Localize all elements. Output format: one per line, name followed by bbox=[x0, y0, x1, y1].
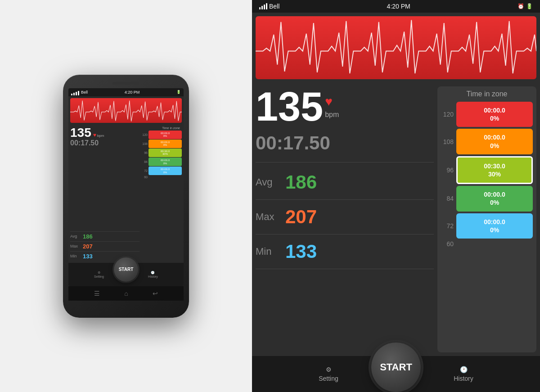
phone-carrier: Bell bbox=[81, 90, 88, 95]
phone-zone-num-72: 72 bbox=[141, 169, 148, 172]
phone-screen: Bell 4:20 PM 🔋 135 ♥ bpm bbox=[68, 88, 184, 286]
app-zone-num-96: 96 bbox=[441, 167, 454, 174]
signal-bar-3 bbox=[76, 92, 77, 95]
phone-zone-bar-orange: 00:00.0 0% bbox=[148, 140, 182, 148]
app-main-view: Bell 4:20 PM ⏰ 🔋 135 ♥ bpm 00:17.50 bbox=[252, 0, 540, 392]
app-zone-orange-time: 00:00.0 bbox=[460, 133, 529, 141]
phone-time-value: 00:17.50 bbox=[70, 139, 140, 147]
app-zone-bar-lime: 00:30.0 30% bbox=[456, 156, 533, 184]
phone-bottom-bar: ⚙ Setting START 🕐 History bbox=[68, 263, 184, 286]
phone-stats: 135 ♥ bpm 00:17.50 Avg 186 Max bbox=[70, 126, 140, 261]
app-avg-label: Avg bbox=[256, 176, 278, 188]
app-zone-header: Time in zone bbox=[441, 90, 533, 100]
phone-max-row: Max 207 bbox=[70, 241, 140, 251]
app-clock: 4:20 PM bbox=[387, 3, 410, 10]
phone-zone-container: 120 00:00.0 0% 108 00:00.0 0% bbox=[141, 131, 182, 179]
phone-zone-num-108: 108 bbox=[141, 142, 148, 145]
phone-time: 4:20 PM bbox=[125, 90, 140, 95]
app-bpm-unit: bpm bbox=[325, 111, 339, 119]
phone-status-left: Bell bbox=[71, 89, 88, 95]
phone-zone-red-pct: 0% bbox=[149, 135, 181, 138]
app-clock-icon: 🕐 bbox=[460, 366, 468, 373]
phone-zone-bar-green: 00:00.0 0% bbox=[148, 158, 182, 166]
divider-1 bbox=[256, 162, 434, 162]
app-min-label: Min bbox=[256, 246, 278, 257]
phone-zone-header: Time in zone bbox=[141, 126, 182, 130]
phone-zone-lime-time: 00:30.0 bbox=[149, 150, 181, 153]
app-zone-num-108: 108 bbox=[441, 138, 454, 145]
app-time-value: 00:17.50 bbox=[256, 132, 434, 159]
app-setting-button[interactable]: ⚙ Setting bbox=[319, 366, 338, 382]
phone-setting-btn[interactable]: ⚙ Setting bbox=[94, 271, 104, 278]
clock-icon: 🕐 bbox=[151, 271, 155, 275]
phone-zone-row-84: 84 00:00.0 0% bbox=[141, 158, 182, 166]
app-history-button[interactable]: 🕐 History bbox=[454, 366, 473, 382]
app-zone-row-72: 72 00:00.0 0% bbox=[441, 213, 533, 239]
menu-icon[interactable]: ☰ bbox=[94, 290, 100, 297]
phone-zone-num-120: 120 bbox=[141, 133, 148, 136]
app-zone-row-60: 60 bbox=[441, 240, 533, 248]
app-zone-num-120: 120 bbox=[441, 111, 454, 118]
app-zone-lime-pct: 30% bbox=[461, 170, 528, 178]
phone-zone-num-96: 96 bbox=[141, 151, 148, 154]
phone-zones: Time in zone 120 00:00.0 0% 108 bbox=[141, 126, 182, 261]
app-history-label: History bbox=[454, 375, 473, 382]
phone-history-label: History bbox=[148, 275, 158, 278]
back-icon[interactable]: ↩ bbox=[153, 290, 158, 297]
phone-start-label: START bbox=[119, 267, 134, 272]
app-status-left: Bell bbox=[259, 3, 279, 10]
signal-bar-2 bbox=[73, 93, 75, 95]
app-start-button[interactable]: START bbox=[371, 342, 421, 392]
app-max-row: Max 207 bbox=[256, 200, 434, 234]
app-zone-orange-pct: 0% bbox=[460, 142, 529, 150]
phone-zone-row-120: 120 00:00.0 0% bbox=[141, 131, 182, 139]
phone-setting-label: Setting bbox=[94, 275, 104, 278]
phone-zone-bar-red: 00:00.0 0% bbox=[148, 131, 182, 139]
app-content-area: 135 ♥ bpm 00:17.50 Avg 186 Max 207 Min 1… bbox=[252, 83, 540, 356]
sig-4 bbox=[266, 3, 267, 9]
app-zone-blue-time: 00:00.0 bbox=[460, 218, 529, 226]
app-zone-green-time: 00:00.0 bbox=[460, 190, 529, 198]
home-icon[interactable]: ⌂ bbox=[124, 290, 128, 297]
phone-home-bar: ☰ ⌂ ↩ bbox=[68, 286, 184, 301]
phone-battery: 🔋 bbox=[176, 90, 181, 94]
phone-zone-row-108: 108 00:00.0 0% bbox=[141, 140, 182, 148]
app-signal bbox=[259, 3, 267, 9]
app-avg-row: Avg 186 bbox=[256, 165, 434, 200]
phone-ecg-display bbox=[70, 98, 182, 123]
phone-min-value: 133 bbox=[83, 253, 93, 260]
sig-2 bbox=[261, 6, 263, 9]
gear-icon: ⚙ bbox=[98, 271, 100, 275]
phone-zone-blue-time: 00:00.0 bbox=[149, 168, 181, 171]
app-zone-row-84: 84 00:00.0 0% bbox=[441, 186, 533, 211]
phone-zone-green-pct: 0% bbox=[149, 162, 181, 165]
app-bottom-bar: ⚙ Setting START 🕐 History bbox=[252, 356, 540, 392]
phone-zone-blue-pct: 0% bbox=[149, 171, 181, 174]
app-zones-panel: Time in zone 120 00:00.0 0% 108 00:00.0 … bbox=[437, 86, 536, 352]
battery-icon: 🔋 bbox=[526, 3, 533, 9]
phone-signal bbox=[71, 89, 79, 95]
app-zone-red-time: 00:00.0 bbox=[460, 106, 529, 114]
sig-3 bbox=[264, 5, 265, 9]
app-bpm-value: 135 bbox=[256, 86, 323, 127]
phone-bpm-unit: bpm bbox=[97, 134, 104, 138]
app-zone-list: 120 00:00.0 0% 108 00:00.0 0% 96 bbox=[441, 102, 533, 248]
phone-history-btn[interactable]: 🕐 History bbox=[148, 271, 158, 278]
alarm-icon: ⏰ bbox=[518, 3, 524, 9]
phone-zone-row-60: 60 bbox=[141, 176, 182, 179]
app-setting-label: Setting bbox=[319, 375, 338, 382]
phone-start-button[interactable]: START bbox=[114, 257, 138, 282]
phone-avg-row: Avg 186 bbox=[70, 231, 140, 241]
app-zone-row-96: 96 00:30.0 30% bbox=[441, 156, 533, 184]
phone-max-value: 207 bbox=[83, 243, 93, 250]
app-gear-icon: ⚙ bbox=[326, 366, 332, 373]
phone-mockup: Bell 4:20 PM 🔋 135 ♥ bpm bbox=[0, 0, 252, 392]
phone-zone-red-time: 00:00.0 bbox=[149, 132, 181, 135]
phone-min-label: Min bbox=[70, 254, 81, 258]
signal-bar-1 bbox=[71, 94, 72, 95]
app-max-label: Max bbox=[256, 211, 278, 223]
app-min-value: 133 bbox=[285, 241, 317, 262]
phone-zone-lime-pct: 30% bbox=[149, 153, 181, 156]
app-max-value: 207 bbox=[285, 206, 317, 228]
app-ecg-display bbox=[256, 16, 536, 79]
